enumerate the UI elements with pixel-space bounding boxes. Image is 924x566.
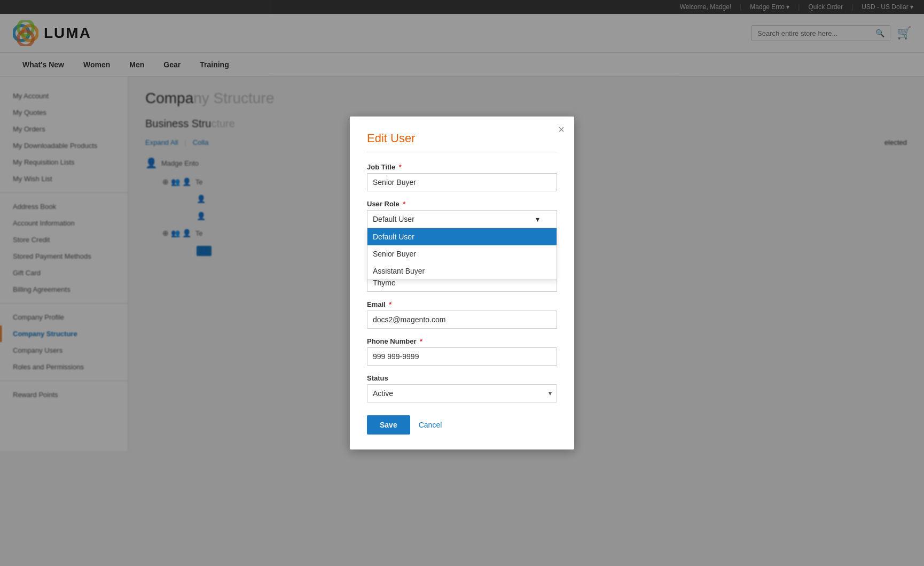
- modal-close-button[interactable]: ×: [558, 124, 565, 135]
- status-select-wrapper: Active Inactive ▾: [367, 384, 557, 402]
- cancel-button[interactable]: Cancel: [419, 421, 442, 429]
- phone-input[interactable]: [367, 347, 557, 366]
- modal-overlay: Edit User × Job Title * User Role * Defa…: [0, 0, 924, 451]
- user-role-label: User Role *: [367, 200, 557, 208]
- dropdown-option-senior-buyer[interactable]: Senior Buyer: [367, 245, 557, 262]
- email-label: Email *: [367, 300, 557, 308]
- save-button[interactable]: Save: [367, 415, 410, 435]
- email-required: *: [389, 300, 391, 308]
- modal-footer: Save Cancel: [367, 415, 557, 435]
- job-title-group: Job Title *: [367, 163, 557, 191]
- email-group: Email *: [367, 300, 557, 329]
- job-title-input[interactable]: [367, 173, 557, 191]
- modal-title: Edit User: [367, 131, 557, 152]
- status-label: Status: [367, 374, 557, 382]
- dropdown-option-default-user[interactable]: Default User: [367, 228, 557, 245]
- job-title-label: Job Title *: [367, 163, 557, 171]
- user-role-dropdown-wrapper: Default User ▾ Default User Senior Buyer…: [367, 210, 557, 228]
- user-role-required: *: [403, 200, 405, 208]
- status-select[interactable]: Active Inactive: [367, 384, 557, 402]
- phone-label: Phone Number *: [367, 337, 557, 345]
- user-role-group: User Role * Default User ▾ Default User …: [367, 200, 557, 228]
- dropdown-option-assistant-buyer[interactable]: Assistant Buyer: [367, 262, 557, 280]
- email-input[interactable]: [367, 311, 557, 329]
- phone-required: *: [420, 337, 422, 345]
- edit-user-modal: Edit User × Job Title * User Role * Defa…: [350, 117, 574, 449]
- dropdown-arrow: ▾: [536, 215, 539, 223]
- phone-group: Phone Number *: [367, 337, 557, 366]
- user-role-dropdown-list: Default User Senior Buyer Assistant Buye…: [367, 228, 557, 280]
- status-group: Status Active Inactive ▾: [367, 374, 557, 402]
- user-role-dropdown[interactable]: Default User ▾: [367, 210, 557, 228]
- job-title-required: *: [399, 163, 402, 171]
